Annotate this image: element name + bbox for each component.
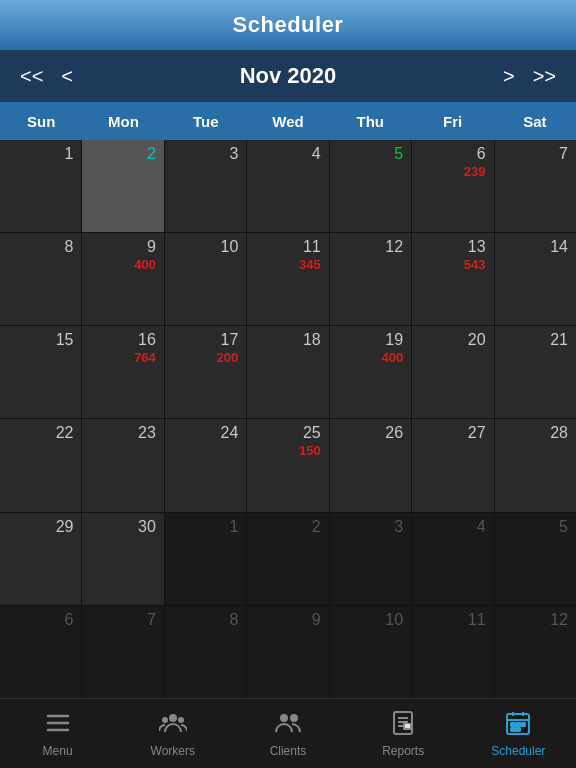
prev-year-btn[interactable]: <<: [12, 61, 51, 92]
cal-cell[interactable]: 21: [495, 326, 576, 418]
cal-cell[interactable]: 5: [495, 513, 576, 605]
cal-cell[interactable]: 19400: [330, 326, 411, 418]
day-header-thu: Thu: [329, 102, 411, 140]
day-header-sat: Sat: [494, 102, 576, 140]
cal-cell[interactable]: 10: [165, 233, 246, 325]
next-month-btn[interactable]: >: [495, 61, 523, 92]
cal-cell[interactable]: 2: [247, 513, 328, 605]
cal-cell[interactable]: 7: [495, 140, 576, 232]
svg-point-3: [169, 714, 177, 722]
day-number: 6: [477, 146, 486, 162]
cal-cell[interactable]: 22: [0, 419, 81, 511]
day-number: 26: [385, 425, 403, 441]
cal-cell[interactable]: 4: [412, 513, 493, 605]
day-number: 1: [65, 146, 74, 162]
day-number: 27: [468, 425, 486, 441]
reports-icon: [389, 709, 417, 741]
cal-cell[interactable]: 30: [82, 513, 163, 605]
event-amount: 400: [381, 350, 403, 365]
cal-cell[interactable]: 26: [330, 419, 411, 511]
cal-cell[interactable]: 12: [330, 233, 411, 325]
tab-reports[interactable]: Reports: [373, 709, 433, 758]
cal-cell[interactable]: 27: [412, 419, 493, 511]
tab-scheduler[interactable]: Scheduler: [488, 709, 548, 758]
cal-cell[interactable]: 3: [330, 513, 411, 605]
next-year-btn[interactable]: >>: [525, 61, 564, 92]
day-number: 10: [385, 612, 403, 628]
cal-cell[interactable]: 10: [330, 606, 411, 698]
tab-label-workers: Workers: [151, 744, 195, 758]
tab-clients[interactable]: Clients: [258, 709, 318, 758]
tab-label-reports: Reports: [382, 744, 424, 758]
day-number: 1: [229, 519, 238, 535]
cal-cell[interactable]: 1: [0, 140, 81, 232]
cal-cell[interactable]: 8: [0, 233, 81, 325]
month-nav: << < Nov 2020 > >>: [0, 50, 576, 102]
event-amount: 200: [217, 350, 239, 365]
cal-cell[interactable]: 28: [495, 419, 576, 511]
day-number: 11: [468, 612, 486, 628]
day-number: 28: [550, 425, 568, 441]
menu-icon: [44, 709, 72, 741]
day-number: 7: [559, 146, 568, 162]
cal-cell[interactable]: 23: [82, 419, 163, 511]
day-number: 10: [220, 239, 238, 255]
svg-point-7: [290, 714, 298, 722]
prev-month-btn[interactable]: <: [53, 61, 81, 92]
day-number: 19: [385, 332, 403, 348]
cal-cell[interactable]: 24: [165, 419, 246, 511]
cal-cell[interactable]: 3: [165, 140, 246, 232]
cal-cell[interactable]: 9: [247, 606, 328, 698]
cal-cell[interactable]: 12: [495, 606, 576, 698]
cal-cell[interactable]: 14: [495, 233, 576, 325]
day-number: 3: [229, 146, 238, 162]
cal-cell[interactable]: 29: [0, 513, 81, 605]
scheduler-icon: [504, 709, 532, 741]
day-header-sun: Sun: [0, 102, 82, 140]
svg-rect-21: [521, 723, 525, 726]
tab-workers[interactable]: Workers: [143, 709, 203, 758]
event-amount: 345: [299, 257, 321, 272]
svg-rect-23: [516, 728, 520, 731]
app-header: Scheduler: [0, 0, 576, 50]
cal-cell[interactable]: 13543: [412, 233, 493, 325]
day-number: 6: [65, 612, 74, 628]
event-amount: 400: [134, 257, 156, 272]
cal-cell[interactable]: 6: [0, 606, 81, 698]
cal-cell[interactable]: 6239: [412, 140, 493, 232]
day-number: 17: [220, 332, 238, 348]
day-number: 4: [312, 146, 321, 162]
event-amount: 764: [134, 350, 156, 365]
tab-label-menu: Menu: [43, 744, 73, 758]
cal-cell[interactable]: 2: [82, 140, 163, 232]
day-number: 12: [385, 239, 403, 255]
cal-cell[interactable]: 5: [330, 140, 411, 232]
cal-cell[interactable]: 25150: [247, 419, 328, 511]
workers-icon: [159, 709, 187, 741]
cal-cell[interactable]: 18: [247, 326, 328, 418]
calendar-grid: 1234562397894001011345121354314151676417…: [0, 140, 576, 698]
cal-cell[interactable]: 11345: [247, 233, 328, 325]
cal-cell[interactable]: 4: [247, 140, 328, 232]
cal-cell[interactable]: 16764: [82, 326, 163, 418]
cal-cell[interactable]: 11: [412, 606, 493, 698]
day-number: 12: [550, 612, 568, 628]
day-number: 29: [56, 519, 74, 535]
cal-cell[interactable]: 9400: [82, 233, 163, 325]
cal-cell[interactable]: 1: [165, 513, 246, 605]
cal-cell[interactable]: 7: [82, 606, 163, 698]
cal-cell[interactable]: 20: [412, 326, 493, 418]
day-number: 2: [147, 146, 156, 162]
event-amount: 543: [464, 257, 486, 272]
day-number: 11: [303, 239, 321, 255]
tab-label-clients: Clients: [270, 744, 307, 758]
cal-cell[interactable]: 8: [165, 606, 246, 698]
tab-menu[interactable]: Menu: [28, 709, 88, 758]
cal-cell[interactable]: 17200: [165, 326, 246, 418]
svg-rect-19: [511, 723, 515, 726]
day-number: 24: [220, 425, 238, 441]
event-amount: 150: [299, 443, 321, 458]
svg-point-6: [280, 714, 288, 722]
cal-cell[interactable]: 15: [0, 326, 81, 418]
day-number: 23: [138, 425, 156, 441]
